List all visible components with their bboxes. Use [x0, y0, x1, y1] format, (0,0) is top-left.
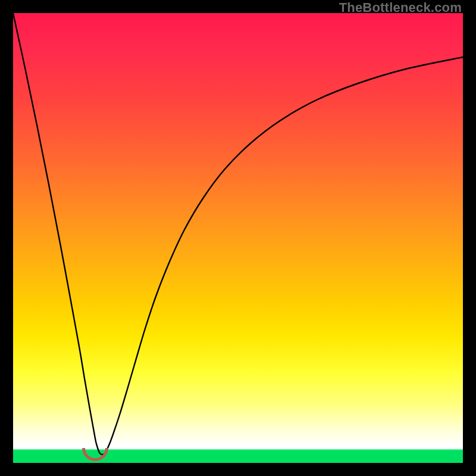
bottleneck-curve-svg: [13, 13, 463, 463]
plot-area: [13, 13, 463, 463]
chart-frame: TheBottleneck.com: [0, 0, 476, 476]
bottleneck-curve-path: [13, 13, 463, 455]
